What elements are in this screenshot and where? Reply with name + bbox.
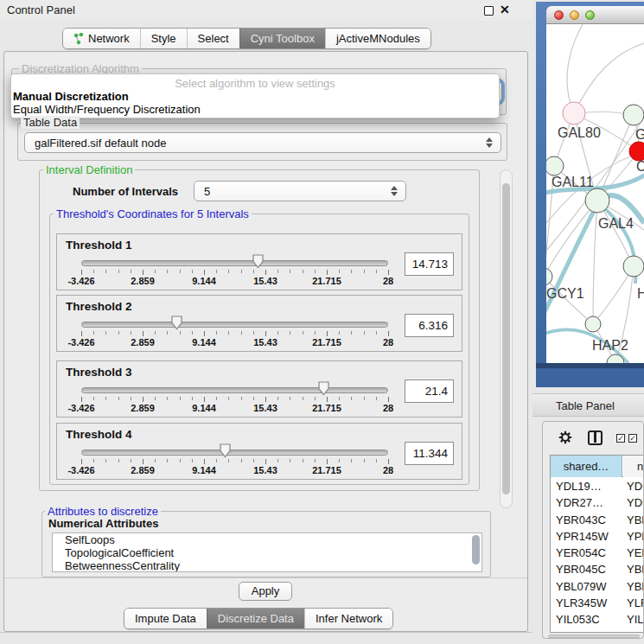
threshold-value-field[interactable]: 11.344: [405, 442, 454, 465]
network-canvas[interactable]: GAL80GACGAL11GAL4GCY1HHAP2: [546, 24, 644, 363]
tab-network[interactable]: Network: [63, 29, 140, 48]
table-row[interactable]: YDR27…YDR2: [551, 494, 644, 511]
attribute-list-item[interactable]: TopologicalCoefficient: [53, 546, 481, 559]
apply-button[interactable]: Apply: [239, 582, 292, 601]
tab-discretize-data[interactable]: Discretize Data: [207, 609, 304, 628]
cell-name[interactable]: YDR2: [627, 496, 644, 509]
tab-jactivemnodules[interactable]: jActiveMNodules: [325, 29, 430, 48]
network-edge[interactable]: [546, 201, 597, 277]
tab-select[interactable]: Select: [187, 29, 239, 48]
slider-tick: [290, 331, 290, 335]
cell-shared-name[interactable]: YER054C: [556, 546, 622, 559]
network-node-gal11[interactable]: [546, 156, 564, 175]
gear-icon[interactable]: [558, 430, 573, 445]
zoom-traffic-light-icon[interactable]: [585, 10, 595, 20]
table-row[interactable]: YBR045CYBR0: [551, 561, 644, 577]
cell-shared-name[interactable]: YIL053C: [556, 613, 622, 626]
slider-track[interactable]: [81, 450, 388, 456]
slider-tick: [339, 270, 340, 273]
network-node-gal80[interactable]: [563, 102, 585, 124]
network-node-ga[interactable]: [623, 105, 644, 125]
tab-cyni-toolbox[interactable]: Cyni Toolbox: [239, 29, 325, 48]
table-row[interactable]: YPR145WYPR1: [551, 528, 644, 545]
network-edge[interactable]: [593, 201, 597, 324]
minimize-traffic-light-icon[interactable]: [570, 10, 579, 20]
tab-style[interactable]: Style: [140, 29, 187, 48]
network-node-gcy1[interactable]: [546, 268, 552, 285]
slider-tick-labels: -3.4262.8599.14415.4321.71528: [81, 276, 388, 286]
cell-shared-name[interactable]: YPR145W: [556, 530, 622, 543]
slider-tick: [81, 459, 82, 464]
cell-name[interactable]: YBL0: [627, 580, 644, 593]
cell-name[interactable]: YPR1: [627, 530, 644, 543]
cell-shared-name[interactable]: YDR27…: [556, 496, 622, 509]
table-row[interactable]: YIL053CYIL0: [551, 611, 644, 628]
network-node-gal4[interactable]: [585, 188, 609, 213]
table-row[interactable]: YER054CYER0: [551, 545, 644, 561]
slider-tick-label: 9.144: [192, 276, 216, 286]
cell-name[interactable]: YBR0: [627, 513, 644, 526]
column-header-name[interactable]: na: [623, 456, 644, 477]
network-node-hap2[interactable]: [585, 316, 601, 332]
float-window-icon[interactable]: [484, 6, 494, 16]
close-traffic-light-icon[interactable]: [554, 10, 564, 20]
table-row[interactable]: YBR043CYBR0: [551, 512, 644, 528]
tab-impute-data[interactable]: Impute Data: [124, 609, 207, 628]
tab-infer-network[interactable]: Infer Network: [304, 609, 392, 628]
algorithm-option-equal-width[interactable]: Equal Width/Frequency Discretization: [13, 103, 201, 116]
table-data-combobox[interactable]: galFiltered.sif default node: [24, 132, 501, 153]
cell-name[interactable]: YBR0: [627, 563, 644, 576]
slider-thumb[interactable]: [170, 316, 183, 330]
slider-tick: [180, 397, 181, 400]
slider-tick: [277, 331, 278, 335]
table-row[interactable]: YDL19…YDL1: [551, 478, 644, 494]
table-row[interactable]: YBL079WYBL0: [551, 578, 644, 595]
threshold-value-field[interactable]: 6.316: [405, 314, 454, 337]
numerical-attributes-list[interactable]: SelfLoopsTopologicalCoefficientBetweenne…: [52, 532, 482, 572]
slider-tick-label: 28: [383, 276, 393, 286]
slider-track[interactable]: [81, 387, 388, 393]
cell-shared-name[interactable]: YLR345W: [556, 596, 622, 609]
network-node-h[interactable]: [623, 256, 644, 277]
slider-tick: [376, 397, 377, 400]
cell-shared-name[interactable]: YDL19…: [556, 480, 622, 493]
slider-thumb[interactable]: [252, 254, 265, 269]
panel-scrollbar[interactable]: [500, 169, 513, 508]
attributes-scrollbar-thumb[interactable]: [472, 535, 480, 564]
slider-tick: [216, 270, 217, 273]
attribute-list-item[interactable]: BetweennessCentrality: [53, 559, 481, 572]
table-horizontal-scrollbar-thumb[interactable]: [548, 634, 640, 638]
threshold-panel: Threshold 4-3.4262.8599.14415.4321.71528…: [56, 423, 462, 480]
close-icon[interactable]: ✕: [500, 3, 510, 16]
number-of-intervals-combobox[interactable]: 5: [194, 181, 406, 201]
network-edge[interactable]: [574, 43, 644, 114]
network-window-titlebar[interactable]: [546, 6, 644, 24]
cell-shared-name[interactable]: YBR045C: [556, 563, 622, 576]
algorithm-option-manual[interactable]: Manual Discretization: [13, 90, 129, 103]
table-panel-body: ✓ ✓ shared… na YDL19…YDL1YDR27…YDR2YBR04…: [542, 421, 644, 639]
split-columns-icon[interactable]: [588, 430, 603, 445]
threshold-value-field[interactable]: 21.4: [405, 379, 454, 403]
table-rows: YDL19…YDL1YDR27…YDR2YBR043CYBR0YPR145WYP…: [551, 478, 644, 628]
cell-name[interactable]: YIL0: [627, 613, 644, 626]
cell-shared-name[interactable]: YBR043C: [556, 513, 622, 526]
panel-scrollbar-thumb[interactable]: [502, 183, 510, 494]
slider-track[interactable]: [81, 260, 388, 266]
checkbox-checked-icon[interactable]: ✓: [628, 434, 637, 443]
column-header-shared-name[interactable]: shared…: [551, 456, 622, 477]
slider-track[interactable]: [81, 322, 388, 328]
cell-name[interactable]: YDL1: [627, 480, 644, 493]
slider-thumb[interactable]: [219, 443, 232, 458]
cell-name[interactable]: YER0: [627, 546, 644, 559]
threshold-value-field[interactable]: 14.713: [405, 252, 454, 276]
algorithm-placeholder-option[interactable]: Select algorithm to view settings: [11, 77, 499, 90]
network-node-label: HAP2: [592, 338, 628, 353]
attribute-list-item[interactable]: SelfLoops: [53, 533, 481, 546]
cell-shared-name[interactable]: YBL079W: [556, 580, 622, 593]
attributes-scrollbar[interactable]: [471, 534, 481, 572]
checkbox-checked-icon[interactable]: ✓: [616, 434, 625, 443]
cell-name[interactable]: YLR3: [627, 596, 644, 609]
slider-thumb[interactable]: [317, 381, 330, 396]
table-row[interactable]: YLR345WYLR3: [551, 595, 644, 611]
network-node-c[interactable]: [629, 142, 644, 161]
